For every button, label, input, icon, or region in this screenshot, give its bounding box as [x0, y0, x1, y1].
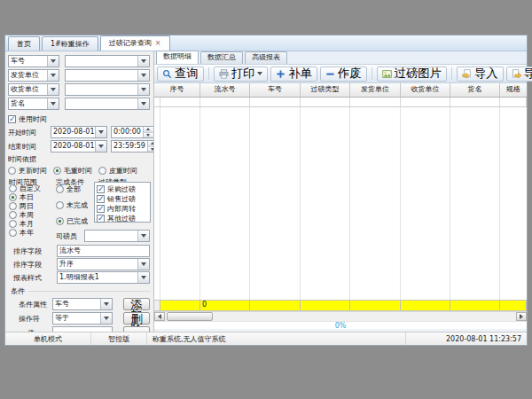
tab-label: 过磅记录查询 — [109, 37, 152, 50]
chevron-down-icon[interactable] — [47, 70, 59, 81]
import-button[interactable]: 导入 — [457, 66, 504, 82]
start-time-spinner[interactable]: 0:00:00 — [111, 126, 154, 138]
spin-down-icon[interactable] — [148, 147, 154, 153]
grid-empty-row — [154, 98, 527, 107]
tab-home[interactable]: 首页 — [8, 36, 40, 51]
radio-update-time[interactable]: 更新时间 — [8, 166, 47, 175]
field-select-receiver[interactable]: 收货单位 — [8, 83, 59, 96]
chevron-down-icon[interactable] — [100, 299, 112, 309]
field-value-vehicle[interactable] — [65, 55, 150, 67]
add-condition-button[interactable]: 添加 — [123, 298, 150, 310]
tab-weighing-operation-1[interactable]: 1#称重操作 — [42, 36, 98, 51]
horizontal-scrollbar[interactable] — [154, 311, 527, 321]
weigh-photos-button[interactable]: 过磅图片 — [377, 66, 447, 82]
scroll-right-icon[interactable] — [516, 312, 527, 321]
radio-today[interactable]: 本日 — [9, 192, 41, 201]
tab-advanced-report[interactable]: 高级报表 — [245, 51, 287, 64]
condition-operator-label: 操作符 — [8, 314, 52, 324]
chevron-down-icon[interactable] — [47, 98, 59, 109]
scroll-left-icon[interactable] — [154, 312, 165, 321]
scrollbar-thumb[interactable] — [167, 312, 213, 321]
use-time-checkbox[interactable]: 使用时间 — [8, 114, 47, 123]
check-sales-weigh[interactable]: 销售过磅 — [97, 194, 148, 203]
column-header-goods[interactable]: 货名 — [450, 83, 500, 97]
column-header-sender[interactable]: 发货单位 — [350, 83, 401, 97]
delete-condition-button[interactable]: 删除 — [123, 312, 150, 325]
chevron-down-icon[interactable] — [137, 231, 149, 241]
toolbar-separator — [451, 67, 452, 80]
chevron-down-icon[interactable] — [137, 272, 149, 283]
query-button[interactable]: 查询 — [157, 66, 204, 82]
radio-two-days[interactable]: 两日 — [9, 201, 41, 210]
sort-order-select[interactable]: 升序 — [57, 258, 150, 270]
field-select-sender[interactable]: 发货单位 — [8, 69, 59, 82]
tab-data-summary[interactable]: 数据汇总 — [200, 51, 243, 64]
column-header-vehicle[interactable]: 车号 — [250, 83, 301, 97]
chevron-down-icon[interactable] — [137, 84, 149, 95]
check-other-weigh[interactable]: 其他过磅 — [97, 214, 148, 223]
export-button[interactable]: 导出 — [506, 66, 532, 82]
column-header-spec[interactable]: 规格 — [500, 83, 527, 97]
check-purchase-weigh[interactable]: 采购过磅 — [97, 184, 148, 193]
radio-tare-time[interactable]: 皮重时间 — [98, 166, 137, 175]
end-date-picker[interactable]: 2020-08-01 — [51, 140, 107, 153]
report-style-select[interactable]: 1.明细报表1 — [57, 271, 150, 284]
print-button[interactable]: 打印 — [214, 66, 269, 82]
sort-field-input[interactable]: 流水号 — [57, 245, 150, 257]
field-value-goods[interactable] — [65, 98, 150, 110]
radio-finished[interactable]: 已完成 — [56, 216, 88, 225]
weigher-label: 司磅员 — [56, 231, 84, 241]
column-header-weigh-type[interactable]: 过磅类型 — [301, 83, 350, 97]
calendar-dropdown-icon[interactable] — [95, 141, 106, 152]
end-time-label: 结束时间 — [8, 142, 51, 152]
radio-icon — [9, 193, 17, 201]
calendar-dropdown-icon[interactable] — [95, 127, 106, 137]
radio-this-month[interactable]: 本月 — [9, 219, 41, 228]
supplement-order-button[interactable]: 补单 — [270, 66, 317, 82]
sort-field-label: 排序字段 — [8, 246, 57, 256]
weigh-type-checklist: 采购过磅 销售过磅 内部周转 其他过磅 — [94, 182, 151, 223]
import-icon — [462, 69, 472, 79]
tab-label: 首页 — [17, 38, 31, 51]
radio-gross-time[interactable]: 毛重时间 — [53, 166, 92, 175]
status-bar: 单机模式 智控版 称重系统,无人值守系统 2020-08-01 11:23:57 — [5, 332, 527, 345]
field-select-goods[interactable]: 货名 — [8, 98, 59, 110]
tab-data-detail[interactable]: 数据明细 — [156, 51, 199, 64]
radio-all[interactable]: 全部 — [56, 184, 88, 193]
chevron-down-icon[interactable] — [137, 259, 149, 270]
close-icon[interactable]: × — [155, 40, 161, 47]
column-header-serial[interactable]: 流水号 — [200, 83, 250, 97]
column-header-receiver[interactable]: 收货单位 — [401, 83, 450, 97]
field-value-receiver[interactable] — [65, 83, 150, 96]
spin-down-icon[interactable] — [144, 133, 153, 138]
chevron-down-icon[interactable] — [47, 84, 59, 95]
column-header-seq[interactable]: 序号 — [154, 83, 200, 97]
field-value-sender[interactable] — [65, 69, 150, 82]
tab-weigh-record-query[interactable]: 过磅记录查询 × — [100, 35, 170, 51]
condition-attribute-select[interactable]: 车号 — [52, 298, 113, 310]
condition-operator-select[interactable]: 等于 — [52, 312, 113, 325]
void-button[interactable]: 作废 — [320, 66, 367, 82]
radio-this-week[interactable]: 本周 — [9, 210, 41, 219]
radio-unfinished[interactable]: 未完成 — [56, 200, 88, 209]
check-internal-transfer[interactable]: 内部周转 — [97, 204, 148, 213]
sort-field-row: 排序字段 流水号 — [8, 245, 150, 257]
chevron-down-icon[interactable] — [137, 98, 149, 109]
weigher-select[interactable] — [84, 230, 150, 242]
chevron-down-icon[interactable] — [137, 56, 149, 66]
condition-attribute-row: 条件属性 车号 添加 — [8, 298, 150, 310]
radio-icon — [56, 217, 64, 225]
filter-panel: 车号 发货单位 收货单位 货名 使用时间 开始时间 2020-08-01 0:0… — [5, 51, 154, 332]
field-select-vehicle[interactable]: 车号 — [8, 55, 59, 67]
condition-attribute-label: 条件属性 — [8, 300, 52, 309]
chevron-down-icon[interactable] — [137, 70, 149, 81]
end-time-spinner[interactable]: 23:59:59 — [111, 140, 154, 153]
checkbox-icon — [97, 195, 105, 203]
chevron-down-icon[interactable] — [100, 313, 112, 324]
toolbar-separator — [372, 67, 372, 80]
radio-custom-range[interactable]: 自定义 — [9, 184, 41, 192]
start-time-row: 开始时间 2020-08-01 0:00:00 — [8, 126, 150, 138]
start-date-picker[interactable]: 2020-08-01 — [51, 126, 107, 138]
chevron-down-icon[interactable] — [47, 56, 59, 66]
radio-this-year[interactable]: 本年 — [9, 228, 41, 237]
